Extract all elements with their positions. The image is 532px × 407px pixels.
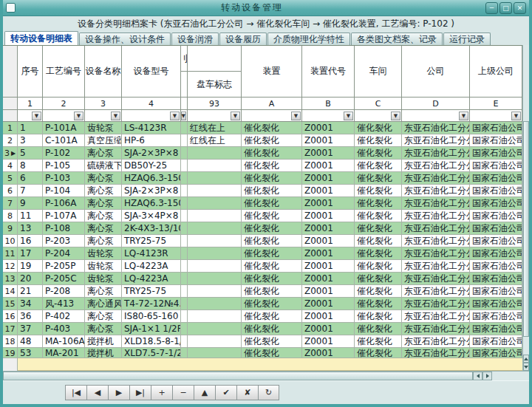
cell-zz[interactable]: 催化裂化	[242, 298, 302, 310]
cell-sjgs[interactable]: 国家石油公司	[470, 197, 522, 210]
nav-cancel-button[interactable]: ✘	[236, 385, 258, 400]
cell-zz[interactable]: 催化裂化	[242, 335, 302, 348]
cell-gs[interactable]: 东亚石油化工分公司	[402, 348, 470, 358]
cell-gybh[interactable]: P-403	[43, 323, 85, 335]
cell-sbmc[interactable]: 真空压缩机	[85, 134, 122, 147]
filter-dropdown-icon[interactable]: ▼	[181, 112, 186, 120]
cell-zz[interactable]: 催化裂化	[242, 185, 302, 197]
cell-sliver[interactable]	[181, 134, 188, 147]
cell-cj[interactable]: 催化裂化	[355, 247, 402, 260]
cell-xh[interactable]: 19	[18, 260, 43, 273]
cell-gybh[interactable]: MA-106A	[43, 335, 85, 348]
row-indicator[interactable]: 5	[3, 172, 18, 185]
cell-sbxh[interactable]: SJA-3×4P×8 1/2	[122, 210, 181, 222]
cell-pcbz[interactable]	[188, 323, 242, 335]
cell-sbxh[interactable]: TRY25-75	[122, 235, 181, 247]
cell-gs[interactable]: 东亚石油化工分公司	[402, 185, 470, 197]
cell-zzdh[interactable]: Z0001	[302, 172, 355, 185]
cell-gs[interactable]: 东亚石油化工分公司	[402, 235, 470, 247]
cell-sjgs[interactable]: 国家石油公司	[470, 298, 522, 310]
cell-zzdh[interactable]: Z0001	[302, 247, 355, 260]
cell-gs[interactable]: 东亚石油化工分公司	[402, 323, 470, 335]
cell-sbxh[interactable]: TRY25-75	[122, 285, 181, 298]
row-indicator[interactable]: 17	[3, 323, 18, 335]
cell-zzdh[interactable]: Z0001	[302, 122, 355, 134]
cell-xh[interactable]: 37	[18, 323, 43, 335]
cell-sbxh[interactable]: HZAQ6.3-150	[122, 172, 181, 185]
table-row[interactable]: 1636P-402离心泵IS80-65-160催化裂化Z0001催化裂化东亚石油…	[3, 310, 522, 323]
table-row[interactable]: 1421P-208离心泵TRY25-75催化裂化Z0001催化裂化东亚石油化工分…	[3, 285, 522, 298]
cell-sliver[interactable]	[181, 122, 188, 134]
cell-sjgs[interactable]: 国家石油公司	[470, 310, 522, 323]
cell-gybh[interactable]: MA-201	[43, 348, 85, 358]
cell-sliver[interactable]	[181, 172, 188, 185]
cell-pcbz[interactable]	[188, 222, 242, 235]
tab-5[interactable]: 介质物理化学特性	[267, 33, 350, 45]
cell-cj[interactable]: 催化裂化	[355, 260, 402, 273]
row-indicator[interactable]: 18	[3, 335, 18, 348]
table-row[interactable]: 1219P-205P齿轮泵LQ-4223A催化裂化Z0001催化裂化东亚石油化工…	[3, 260, 522, 273]
cell-sbmc[interactable]: 离心泵	[85, 285, 122, 298]
cell-sliver[interactable]	[181, 197, 188, 210]
cell-zz[interactable]: 催化裂化	[242, 323, 302, 335]
cell-sbxh[interactable]: T4-72-12№4.5A	[122, 298, 181, 310]
cell-zzdh[interactable]: Z0001	[302, 160, 355, 172]
cell-xh[interactable]: 16	[18, 235, 43, 247]
row-indicator[interactable]: 16	[3, 310, 18, 323]
row-indicator[interactable]: 13	[3, 273, 18, 285]
table-row[interactable]: 913P-108离心泵2K-4X3-13/103催化裂化Z0001催化裂化东亚石…	[3, 222, 522, 235]
cell-xh[interactable]: 34	[18, 298, 43, 310]
cell-sbxh[interactable]: XLD18.5-8-1/17	[122, 335, 181, 348]
cell-sliver[interactable]	[181, 222, 188, 235]
row-indicator[interactable]: 4	[3, 160, 18, 172]
table-row[interactable]: 1534风-413离心通风机T4-72-12№4.5A催化裂化Z0001催化裂化…	[3, 298, 522, 310]
row-indicator[interactable]: 15	[3, 298, 18, 310]
nav-first-button[interactable]: |◀	[65, 385, 86, 400]
cell-sjgs[interactable]: 国家石油公司	[470, 235, 522, 247]
cell-sliver[interactable]	[181, 185, 188, 197]
cell-zz[interactable]: 催化裂化	[242, 172, 302, 185]
cell-cj[interactable]: 催化裂化	[355, 134, 402, 147]
cell-xh[interactable]: 36	[18, 310, 43, 323]
cell-gybh[interactable]: P-106A	[43, 197, 85, 210]
cell-xh[interactable]: 5	[18, 147, 43, 160]
cell-sbxh[interactable]: LQ-4223A	[122, 273, 181, 285]
cell-pcbz[interactable]	[188, 348, 242, 358]
table-row[interactable]: 1016P-203离心泵TRY25-75催化裂化Z0001催化裂化东亚石油化工分…	[3, 235, 522, 247]
table-row[interactable]: 1848MA-106A搅拌机XLD18.5-8-1/17催化裂化Z0001催化裂…	[3, 335, 522, 348]
horizontal-scrollbar[interactable]	[3, 371, 529, 380]
cell-gs[interactable]: 东亚石油化工分公司	[402, 310, 470, 323]
cell-cj[interactable]: 催化裂化	[355, 197, 402, 210]
cell-sbxh[interactable]: LS-4123R	[122, 122, 181, 134]
cell-zzdh[interactable]: Z0001	[302, 222, 355, 235]
cell-xh[interactable]: 48	[18, 335, 43, 348]
cell-sjgs[interactable]: 国家石油公司	[470, 222, 522, 235]
scroll-down-icon[interactable]	[523, 363, 529, 371]
cell-gs[interactable]: 东亚石油化工分公司	[402, 285, 470, 298]
cell-gs[interactable]: 东亚石油化工分公司	[402, 147, 470, 160]
maximize-button[interactable]: □	[499, 2, 512, 14]
cell-gybh[interactable]: P-402	[43, 310, 85, 323]
cell-xh[interactable]: 11	[18, 210, 43, 222]
cell-cj[interactable]: 催化裂化	[355, 222, 402, 235]
cell-sbmc[interactable]: 齿轮泵	[85, 247, 122, 260]
cell-sjgs[interactable]: 国家石油公司	[470, 273, 522, 285]
cell-sbmc[interactable]: 搅拌机	[85, 335, 122, 348]
cell-pcbz[interactable]	[188, 147, 242, 160]
cell-sbxh[interactable]: LQ-4123R	[122, 247, 181, 260]
cell-gybh[interactable]: P-102	[43, 147, 85, 160]
cell-pcbz[interactable]	[188, 172, 242, 185]
cell-sbmc[interactable]: 硫磺液下泵	[85, 160, 122, 172]
cell-zzdh[interactable]: Z0001	[302, 298, 355, 310]
row-indicator[interactable]: 19	[3, 348, 18, 358]
cell-xh[interactable]: 13	[18, 222, 43, 235]
row-indicator[interactable]: 10	[3, 235, 18, 247]
cell-gs[interactable]: 东亚石油化工分公司	[402, 247, 470, 260]
cell-sbmc[interactable]: 离心泵	[85, 310, 122, 323]
cell-zz[interactable]: 催化裂化	[242, 122, 302, 134]
cell-sbxh[interactable]: IS80-65-160	[122, 310, 181, 323]
nav-last-button[interactable]: ▶|	[129, 385, 151, 400]
cell-zzdh[interactable]: Z0001	[302, 210, 355, 222]
cell-cj[interactable]: 催化裂化	[355, 185, 402, 197]
cell-sbxh[interactable]: SJA-2×3P×8 1/2	[122, 185, 181, 197]
